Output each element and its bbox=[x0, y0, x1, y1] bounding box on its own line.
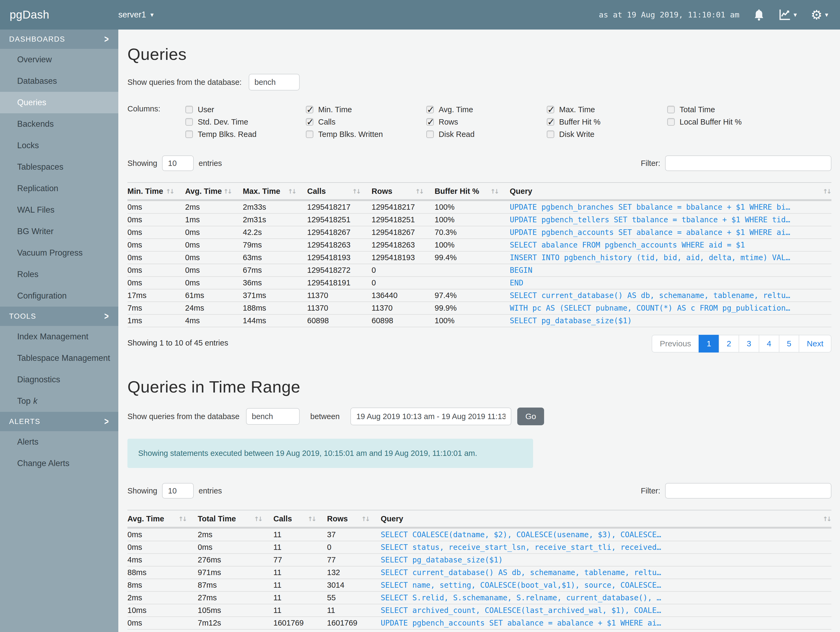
checkbox-box[interactable]: ✓ bbox=[426, 118, 434, 126]
checkbox-box[interactable]: ✓ bbox=[547, 130, 554, 138]
query-link[interactable]: END bbox=[510, 277, 831, 289]
query-link[interactable]: SELECT S.relid, S.schemaname, S.relname,… bbox=[381, 591, 831, 604]
sidebar-item[interactable]: Queries bbox=[0, 92, 118, 113]
column-checkbox[interactable]: ✓ Buffer Hit % bbox=[547, 117, 667, 127]
column-checkbox[interactable]: ✓ Std. Dev. Time bbox=[185, 117, 306, 127]
query-link[interactable]: SELECT pg_database_size($1) bbox=[510, 314, 831, 327]
checkbox-box[interactable]: ✓ bbox=[185, 106, 193, 113]
sidebar-item[interactable]: WAL Files bbox=[0, 199, 118, 221]
col-header-rows-2[interactable]: Rows↑↓ bbox=[327, 510, 381, 528]
database-input[interactable] bbox=[249, 74, 300, 90]
column-checkbox[interactable]: ✓ Avg. Time bbox=[426, 105, 547, 114]
sidebar-item[interactable]: Alerts bbox=[0, 431, 118, 453]
col-header-avg-time[interactable]: Avg. Time↑↓ bbox=[185, 182, 243, 200]
col-header-avg-time-2[interactable]: Avg. Time↑↓ bbox=[128, 510, 198, 528]
query-link[interactable]: SELECT pg_table_size($1) bbox=[381, 629, 831, 632]
query-link[interactable]: UPDATE pgbench_branches SET bbalance = b… bbox=[510, 200, 831, 214]
query-link[interactable]: SELECT archived_count, COALESCE(last_arc… bbox=[381, 604, 831, 617]
checkbox-box[interactable]: ✓ bbox=[426, 106, 434, 113]
entries-count-input-2[interactable] bbox=[162, 483, 194, 499]
pagination-previous[interactable]: Previous bbox=[652, 335, 699, 353]
go-button[interactable]: Go bbox=[517, 407, 544, 425]
sidebar-item[interactable]: Databases bbox=[0, 70, 118, 92]
sort-icon[interactable]: ↑↓ bbox=[352, 188, 360, 195]
sidebar-item[interactable]: Replication bbox=[0, 178, 118, 199]
query-link[interactable]: UPDATE pgbench_accounts SET abalance = a… bbox=[381, 617, 831, 629]
checkbox-box[interactable]: ✓ bbox=[426, 130, 434, 138]
checkbox-box[interactable]: ✓ bbox=[547, 106, 554, 113]
server-dropdown[interactable]: server1 ▾ bbox=[118, 10, 153, 20]
query-link[interactable]: WITH pc AS (SELECT pubname, COUNT(*) AS … bbox=[510, 302, 831, 314]
entries-count-input[interactable] bbox=[162, 155, 194, 171]
query-link[interactable]: SELECT abalance FROM pgbench_accounts WH… bbox=[510, 239, 831, 251]
sort-icon[interactable]: ↑↓ bbox=[823, 515, 831, 523]
pagination-page[interactable]: 4 bbox=[759, 335, 779, 353]
query-link[interactable]: SELECT current_database() AS db, scheman… bbox=[381, 566, 831, 579]
col-header-rows[interactable]: Rows↑↓ bbox=[371, 182, 435, 200]
sidebar-item[interactable]: Roles bbox=[0, 264, 118, 285]
sort-icon[interactable]: ↑↓ bbox=[287, 188, 295, 195]
col-header-calls-2[interactable]: Calls↑↓ bbox=[273, 510, 327, 528]
pagination-page[interactable]: 3 bbox=[739, 335, 759, 353]
query-link[interactable]: SELECT pg_database_size($1) bbox=[381, 554, 831, 566]
filter-input[interactable] bbox=[665, 155, 831, 171]
column-checkbox[interactable]: ✓ Disk Read bbox=[426, 130, 547, 139]
sidebar-item[interactable]: Diagnostics bbox=[0, 369, 118, 390]
sidebar-item[interactable]: Configuration bbox=[0, 285, 118, 307]
checkbox-box[interactable]: ✓ bbox=[306, 106, 313, 113]
settings-menu-button[interactable]: ⚙ ▾ bbox=[811, 8, 828, 21]
column-checkbox[interactable]: ✓ Rows bbox=[426, 117, 547, 127]
column-checkbox[interactable]: ✓ Temp Blks. Written bbox=[306, 130, 426, 139]
query-link[interactable]: SELECT name, setting, COALESCE(boot_val,… bbox=[381, 579, 831, 591]
checkbox-box[interactable]: ✓ bbox=[547, 118, 554, 126]
sort-icon[interactable]: ↑↓ bbox=[490, 188, 498, 195]
sidebar-item[interactable]: Locks bbox=[0, 135, 118, 156]
filter-input-2[interactable] bbox=[665, 483, 831, 499]
col-header-query[interactable]: Query↑↓ bbox=[510, 182, 831, 200]
sidebar-item[interactable]: Overview bbox=[0, 49, 118, 70]
query-link[interactable]: UPDATE pgbench_accounts SET abalance = a… bbox=[510, 226, 831, 239]
sidebar-item[interactable]: Tablespace Management bbox=[0, 347, 118, 369]
col-header-buffer-hit[interactable]: Buffer Hit %↑↓ bbox=[435, 182, 510, 200]
pagination-next[interactable]: Next bbox=[799, 335, 831, 353]
sort-icon[interactable]: ↑↓ bbox=[361, 515, 369, 523]
sidebar-section-dashboards[interactable]: DASHBOARDS > bbox=[0, 30, 118, 49]
sidebar-item[interactable]: Index Management bbox=[0, 326, 118, 347]
col-header-min-time[interactable]: Min. Time↑↓ bbox=[128, 182, 185, 200]
column-checkbox[interactable]: ✓ Total Time bbox=[667, 105, 788, 114]
sort-icon[interactable]: ↑↓ bbox=[178, 515, 186, 523]
pagination-page[interactable]: 2 bbox=[719, 335, 739, 353]
query-link[interactable]: SELECT COALESCE(datname, $2), COALESCE(u… bbox=[381, 528, 831, 541]
sort-icon[interactable]: ↑↓ bbox=[166, 188, 173, 195]
sort-icon[interactable]: ↑↓ bbox=[823, 188, 831, 195]
date-range-input[interactable] bbox=[351, 407, 512, 425]
sort-icon[interactable]: ↑↓ bbox=[308, 515, 315, 523]
col-header-query-2[interactable]: Query↑↓ bbox=[381, 510, 831, 528]
column-checkbox[interactable]: ✓ Temp Blks. Read bbox=[185, 130, 306, 139]
charts-menu-button[interactable]: ▾ bbox=[778, 9, 797, 21]
query-link[interactable]: UPDATE pgbench_tellers SET tbalance = tb… bbox=[510, 214, 831, 226]
sidebar-section-alerts[interactable]: ALERTS > bbox=[0, 412, 118, 431]
column-checkbox[interactable]: ✓ Calls bbox=[306, 117, 426, 127]
sidebar-item[interactable]: Tablespaces bbox=[0, 156, 118, 178]
column-checkbox[interactable]: ✓ Max. Time bbox=[547, 105, 667, 114]
query-link[interactable]: BEGIN bbox=[510, 264, 831, 277]
query-link[interactable]: SELECT current_database() AS db, scheman… bbox=[510, 289, 831, 302]
checkbox-box[interactable]: ✓ bbox=[667, 118, 675, 126]
sort-icon[interactable]: ↑↓ bbox=[415, 188, 423, 195]
notifications-button[interactable] bbox=[753, 9, 764, 21]
pagination-page[interactable]: 5 bbox=[779, 335, 799, 353]
col-header-total-time[interactable]: Total Time↑↓ bbox=[198, 510, 273, 528]
sort-icon[interactable]: ↑↓ bbox=[223, 188, 231, 195]
pagination-page[interactable]: 1 bbox=[699, 335, 719, 353]
checkbox-box[interactable]: ✓ bbox=[306, 118, 313, 126]
checkbox-box[interactable]: ✓ bbox=[306, 130, 313, 138]
sidebar-section-tools[interactable]: TOOLS > bbox=[0, 307, 118, 326]
sidebar-item[interactable]: BG Writer bbox=[0, 221, 118, 242]
column-checkbox[interactable]: ✓ Disk Write bbox=[547, 130, 667, 139]
sidebar-item[interactable]: Backends bbox=[0, 113, 118, 135]
column-checkbox[interactable]: ✓ User bbox=[185, 105, 306, 114]
query-link[interactable]: SELECT status, receive_start_lsn, receiv… bbox=[381, 541, 831, 554]
sidebar-item[interactable]: Vacuum Progress bbox=[0, 242, 118, 264]
col-header-max-time[interactable]: Max. Time↑↓ bbox=[243, 182, 307, 200]
